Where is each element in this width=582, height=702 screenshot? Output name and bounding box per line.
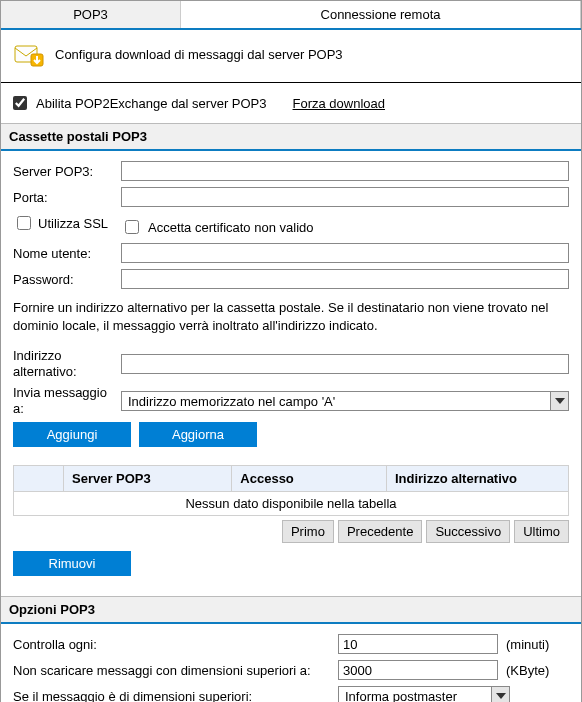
password-input[interactable] xyxy=(121,269,569,289)
accept-invalid-cert-checkbox[interactable] xyxy=(125,220,139,234)
page-title: Configura download di messaggi dal serve… xyxy=(55,47,343,62)
pager-first-button[interactable]: Primo xyxy=(282,520,334,543)
username-label: Nome utente: xyxy=(13,246,121,261)
password-label: Password: xyxy=(13,272,121,287)
check-every-label: Controlla ogni: xyxy=(13,637,338,652)
mail-download-icon xyxy=(13,40,45,68)
check-every-unit: (minuti) xyxy=(498,637,558,652)
server-pop3-label: Server POP3: xyxy=(13,164,121,179)
server-pop3-input[interactable] xyxy=(121,161,569,181)
tab-remote-connection[interactable]: Connessione remota xyxy=(181,1,581,28)
table-col-server[interactable]: Server POP3 xyxy=(64,466,232,491)
if-larger-select[interactable]: Informa postmaster xyxy=(338,686,510,702)
add-button[interactable]: Aggiungi xyxy=(13,422,131,447)
table-col-alt-address[interactable]: Indirizzo alternativo xyxy=(387,466,568,491)
chevron-down-icon[interactable] xyxy=(550,392,568,410)
chevron-down-icon[interactable] xyxy=(491,687,509,702)
mailboxes-section-header: Cassette postali POP3 xyxy=(1,123,581,151)
send-message-to-value: Indirizzo memorizzato nel campo 'A' xyxy=(122,392,550,410)
table-empty-message: Nessun dato disponibile nella tabella xyxy=(14,492,568,515)
remove-button[interactable]: Rimuovi xyxy=(13,551,131,576)
check-every-input[interactable] xyxy=(338,634,498,654)
enable-pop2exchange-label: Abilita POP2Exchange dal server POP3 xyxy=(36,96,267,111)
update-button[interactable]: Aggiorna xyxy=(139,422,257,447)
port-label: Porta: xyxy=(13,190,121,205)
alt-address-info: Fornire un indirizzo alternativo per la … xyxy=(13,299,569,334)
enable-pop2exchange-checkbox[interactable] xyxy=(13,96,27,110)
tab-pop3[interactable]: POP3 xyxy=(1,1,181,28)
use-ssl-checkbox[interactable] xyxy=(17,216,31,230)
username-input[interactable] xyxy=(121,243,569,263)
pager-next-button[interactable]: Successivo xyxy=(426,520,510,543)
force-download-link[interactable]: Forza download xyxy=(293,96,386,111)
max-size-label: Non scaricare messaggi con dimensioni su… xyxy=(13,663,338,678)
accept-invalid-cert-label: Accetta certificato non valido xyxy=(148,220,313,235)
send-message-to-label: Invia messaggio a: xyxy=(13,385,121,416)
table-col-access[interactable]: Accesso xyxy=(232,466,387,491)
send-message-to-select[interactable]: Indirizzo memorizzato nel campo 'A' xyxy=(121,391,569,411)
port-input[interactable] xyxy=(121,187,569,207)
svg-marker-2 xyxy=(555,398,565,404)
options-section-header: Opzioni POP3 xyxy=(1,596,581,624)
alt-address-label: Indirizzo alternativo: xyxy=(13,348,121,379)
max-size-unit: (KByte) xyxy=(498,663,558,678)
alt-address-input[interactable] xyxy=(121,354,569,374)
svg-marker-3 xyxy=(496,693,506,699)
max-size-input[interactable] xyxy=(338,660,498,680)
pager-prev-button[interactable]: Precedente xyxy=(338,520,423,543)
use-ssl-label: Utilizza SSL xyxy=(38,216,108,231)
if-larger-value: Informa postmaster xyxy=(339,687,491,702)
if-larger-label: Se il messaggio è di dimensioni superior… xyxy=(13,689,338,702)
mailboxes-table: Server POP3 Accesso Indirizzo alternativ… xyxy=(13,465,569,516)
table-col-spacer xyxy=(14,466,64,491)
pager-last-button[interactable]: Ultimo xyxy=(514,520,569,543)
